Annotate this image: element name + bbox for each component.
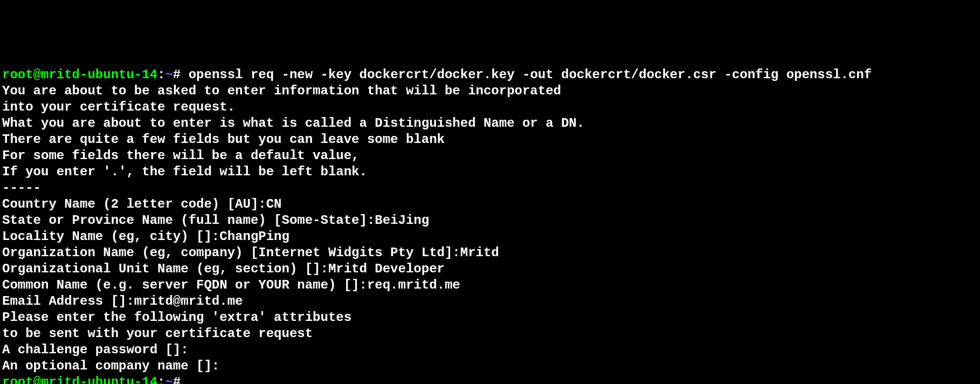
prompt-path: ~: [165, 375, 172, 384]
output-line: You are about to be asked to enter infor…: [2, 83, 978, 99]
output-line: For some fields there will be a default …: [2, 148, 978, 164]
output-line: A challenge password []:: [2, 342, 978, 358]
output-line: Please enter the following 'extra' attri…: [2, 310, 978, 326]
output-line: An optional company name []:: [2, 358, 978, 374]
output-line: Organizational Unit Name (eg, section) […: [2, 261, 978, 277]
output-line: into your certificate request.: [2, 99, 978, 115]
command-text: openssl req -new -key dockercrt/docker.k…: [189, 67, 872, 82]
prompt-line-1: root@mritd-ubuntu-14:~# openssl req -new…: [2, 67, 978, 83]
output-line: If you enter '.', the field will be left…: [2, 164, 978, 180]
output-line: What you are about to enter is what is c…: [2, 115, 978, 132]
prompt-hash: #: [173, 67, 189, 82]
prompt-path: ~: [165, 67, 172, 82]
prompt-user: root@mritd-ubuntu-14: [2, 67, 157, 82]
prompt-sep: :: [157, 375, 165, 384]
prompt-sep: :: [157, 67, 165, 82]
output-line: Locality Name (eg, city) []:ChangPing: [2, 229, 978, 245]
output-line: Email Address []:mritd@mritd.me: [2, 293, 978, 310]
output-line: to be sent with your certificate request: [2, 326, 978, 342]
prompt-line-2[interactable]: root@mritd-ubuntu-14:~#: [2, 374, 978, 384]
output-line: State or Province Name (full name) [Some…: [2, 212, 978, 229]
output-line: Organization Name (eg, company) [Interne…: [2, 245, 978, 261]
output-line: Common Name (e.g. server FQDN or YOUR na…: [2, 277, 978, 293]
output-line: -----: [2, 180, 978, 196]
output-line: There are quite a few fields but you can…: [2, 132, 978, 148]
output-line: Country Name (2 letter code) [AU]:CN: [2, 196, 978, 212]
terminal-output[interactable]: root@mritd-ubuntu-14:~# openssl req -new…: [2, 67, 978, 384]
prompt-hash: #: [173, 375, 181, 384]
prompt-user: root@mritd-ubuntu-14: [2, 375, 157, 384]
